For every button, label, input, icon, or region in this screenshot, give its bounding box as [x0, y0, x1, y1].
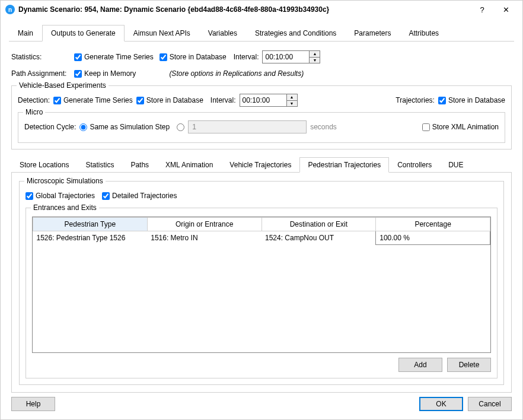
cell-percentage[interactable]: 100.00 %: [376, 231, 490, 245]
custom-cycle-radio[interactable]: [177, 123, 184, 131]
detection-store-db-checkbox[interactable]: Store in Database: [136, 96, 203, 104]
checkbox-icon[interactable]: [422, 123, 430, 131]
microscopic-simulations-group: Microscopic Simulations Global Trajector…: [19, 181, 504, 385]
app-icon: n: [5, 5, 15, 14]
checkbox-icon[interactable]: [102, 192, 110, 200]
cancel-button[interactable]: Cancel: [468, 397, 512, 411]
tab-strategies-and-conditions[interactable]: Strategies and Conditions: [246, 25, 345, 42]
cell-pedestrian-type[interactable]: 1526: Pedestrian Type 1526: [33, 231, 148, 245]
tab-xml-animation[interactable]: XML Animation: [157, 157, 221, 173]
detection-interval-spinner[interactable]: ▲ ▼: [287, 94, 298, 107]
radio-icon[interactable]: [79, 123, 87, 131]
statistics-interval-input[interactable]: [262, 50, 310, 63]
checkbox-icon[interactable]: [160, 53, 167, 61]
seconds-label: seconds: [310, 123, 337, 131]
micro-group: Micro Detection Cycle: Same as Simulatio…: [18, 112, 505, 143]
table-header-row: Pedestrian Type Origin or Entrance Desti…: [33, 218, 490, 231]
trajectories-label: Trajectories:: [396, 96, 435, 104]
microscopic-simulations-legend: Microscopic Simulations: [24, 177, 106, 185]
radio-icon[interactable]: [177, 123, 184, 131]
help-button[interactable]: Help: [11, 397, 55, 411]
checkbox-icon[interactable]: [74, 53, 82, 61]
main-tabs: Main Outputs to Generate Aimsun Next API…: [9, 24, 514, 42]
trajectories-store-db-checkbox[interactable]: Store in Database: [438, 96, 505, 104]
entrances-and-exits-group: Entrances and Exits Pedestrian Type Orig…: [25, 208, 498, 378]
close-icon[interactable]: ✕: [494, 5, 518, 14]
tab-vehicle-trajectories[interactable]: Vehicle Trajectories: [221, 157, 299, 173]
sub-tabs: Store Locations Statistics Paths XML Ani…: [11, 157, 512, 173]
statistics-label: Statistics:: [11, 53, 71, 61]
micro-legend: Micro: [23, 108, 45, 116]
statistics-interval-label: Interval:: [234, 53, 259, 61]
tab-store-locations[interactable]: Store Locations: [11, 157, 77, 173]
checkbox-label: Store in Database: [448, 96, 505, 104]
vehicle-based-experiments-group: Vehicle-Based Experiments Detection: Gen…: [11, 85, 512, 149]
tab-outputs-to-generate[interactable]: Outputs to Generate: [42, 25, 125, 42]
pedestrian-trajectories-panel: Microscopic Simulations Global Trajector…: [11, 173, 512, 393]
col-origin-or-entrance[interactable]: Origin or Entrance: [147, 218, 262, 231]
content-area: Statistics: Generate Time Series Store i…: [1, 42, 522, 393]
chevron-down-icon[interactable]: ▼: [310, 58, 320, 63]
detection-interval-label: Interval:: [211, 96, 236, 104]
checkbox-label: Store XML Animation: [432, 123, 499, 131]
tab-statistics[interactable]: Statistics: [77, 157, 122, 173]
path-assignment-note: (Store options in Replications and Resul…: [169, 69, 304, 78]
table-row[interactable]: 1526: Pedestrian Type 1526 1516: Metro I…: [33, 231, 490, 245]
keep-in-memory-checkbox[interactable]: Keep in Memory: [74, 69, 136, 78]
tab-variables[interactable]: Variables: [199, 25, 246, 42]
cell-origin[interactable]: 1516: Metro IN: [147, 231, 262, 245]
store-xml-animation-checkbox[interactable]: Store XML Animation: [422, 123, 499, 131]
checkbox-label: Store in Database: [146, 96, 203, 104]
cell-destination[interactable]: 1524: CampNou OUT: [262, 231, 376, 245]
checkbox-label: Global Trajectories: [36, 192, 95, 200]
checkbox-label: Detailed Trajectories: [112, 192, 177, 200]
checkbox-icon[interactable]: [25, 192, 33, 200]
help-icon[interactable]: ?: [470, 5, 494, 14]
add-button[interactable]: Add: [398, 358, 442, 372]
detection-label: Detection:: [18, 96, 50, 104]
chevron-up-icon[interactable]: ▲: [310, 51, 320, 58]
custom-cycle-input: 1: [188, 120, 307, 133]
detection-interval-input[interactable]: [240, 94, 287, 107]
chevron-up-icon[interactable]: ▲: [287, 94, 297, 101]
checkbox-label: Generate Time Series: [63, 96, 133, 104]
statistics-interval-spinner[interactable]: ▲ ▼: [310, 50, 320, 63]
checkbox-icon[interactable]: [438, 97, 446, 104]
statistics-store-db-checkbox[interactable]: Store in Database: [160, 53, 227, 61]
chevron-down-icon[interactable]: ▼: [287, 101, 297, 107]
col-pedestrian-type[interactable]: Pedestrian Type: [33, 218, 148, 231]
checkbox-icon[interactable]: [53, 97, 61, 104]
checkbox-label: Keep in Memory: [84, 69, 136, 78]
entrances-legend: Entrances and Exits: [31, 203, 99, 212]
col-destination-or-exit[interactable]: Destination or Exit: [262, 218, 376, 231]
detection-gen-time-series-checkbox[interactable]: Generate Time Series: [53, 96, 133, 104]
tab-parameters[interactable]: Parameters: [345, 25, 400, 42]
title-bar: n Dynamic Scenario: 954, Name: Dynamic S…: [1, 1, 522, 18]
same-as-simulation-step-radio[interactable]: Same as Simulation Step: [79, 123, 170, 131]
ok-button[interactable]: OK: [419, 397, 463, 411]
vehicle-group-legend: Vehicle-Based Experiments: [17, 81, 109, 90]
tab-paths[interactable]: Paths: [122, 157, 157, 173]
tab-pedestrian-trajectories[interactable]: Pedestrian Trajectories: [299, 157, 389, 173]
tab-aimsun-next-apis[interactable]: Aimsun Next APIs: [125, 25, 199, 42]
tab-attributes[interactable]: Attributes: [400, 25, 448, 42]
global-trajectories-checkbox[interactable]: Global Trajectories: [25, 192, 95, 200]
col-percentage[interactable]: Percentage: [376, 218, 490, 231]
detailed-trajectories-checkbox[interactable]: Detailed Trajectories: [102, 192, 177, 200]
window-title: Dynamic Scenario: 954, Name: Dynamic Sce…: [18, 5, 470, 14]
dialog-footer: Help OK Cancel: [1, 391, 522, 419]
checkbox-label: Generate Time Series: [84, 53, 154, 61]
entrances-table[interactable]: Pedestrian Type Origin or Entrance Desti…: [32, 217, 491, 353]
checkbox-icon[interactable]: [136, 97, 144, 104]
tab-due[interactable]: DUE: [440, 157, 471, 173]
delete-button[interactable]: Delete: [447, 358, 491, 372]
radio-label: Same as Simulation Step: [90, 123, 170, 131]
checkbox-label: Store in Database: [170, 53, 227, 61]
detection-cycle-label: Detection Cycle:: [24, 123, 76, 131]
path-assignment-label: Path Assignment:: [11, 69, 71, 78]
checkbox-icon[interactable]: [74, 70, 82, 78]
tab-main[interactable]: Main: [9, 25, 42, 42]
statistics-gen-time-series-checkbox[interactable]: Generate Time Series: [74, 53, 154, 61]
tab-controllers[interactable]: Controllers: [389, 157, 440, 173]
